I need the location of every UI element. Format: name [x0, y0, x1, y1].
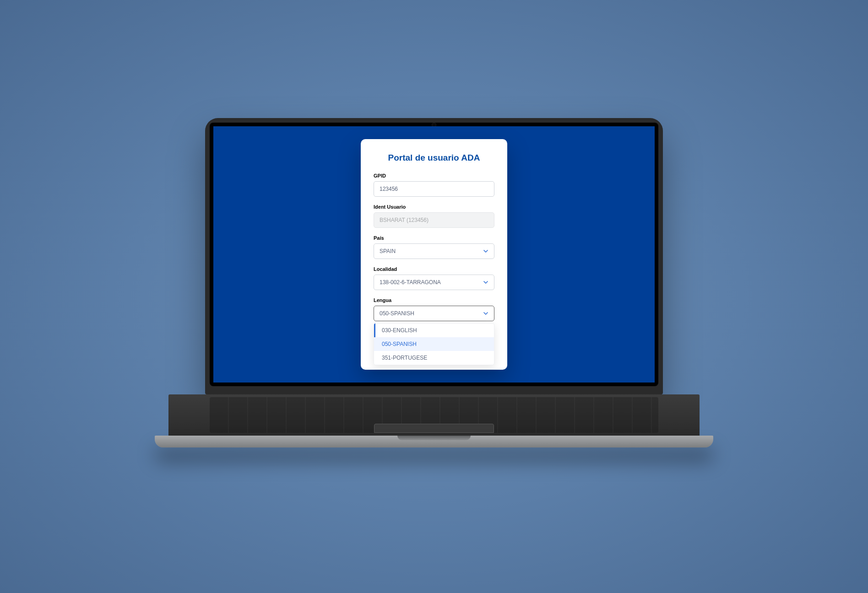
- pais-select[interactable]: SPAIN: [374, 243, 494, 259]
- ident-value: BSHARAT (123456): [380, 217, 429, 223]
- lengua-option-english[interactable]: 030-ENGLISH: [374, 323, 494, 337]
- gpid-value: 123456: [380, 186, 398, 192]
- localidad-label: Localidad: [374, 266, 494, 272]
- lengua-select[interactable]: 050-SPANISH: [374, 306, 494, 321]
- field-ident: Ident Usuario BSHARAT (123456): [374, 204, 494, 228]
- localidad-value: 138-002-6-TARRAGONA: [380, 279, 441, 286]
- gpid-label: GPID: [374, 173, 494, 178]
- laptop-mockup: Portal de usuario ADA GPID 123456 Ident …: [205, 118, 663, 447]
- laptop-bezel: Portal de usuario ADA GPID 123456 Ident …: [205, 118, 663, 394]
- ident-input: BSHARAT (123456): [374, 212, 494, 228]
- laptop-screen-frame: Portal de usuario ADA GPID 123456 Ident …: [210, 123, 658, 386]
- lengua-option-spanish[interactable]: 050-SPANISH: [374, 337, 494, 351]
- field-localidad: Localidad 138-002-6-TARRAGONA: [374, 266, 494, 290]
- lengua-value: 050-SPANISH: [380, 310, 414, 317]
- pais-value: SPAIN: [380, 248, 396, 254]
- localidad-select[interactable]: 138-002-6-TARRAGONA: [374, 275, 494, 290]
- lengua-option-portugese[interactable]: 351-PORTUGESE: [374, 351, 494, 365]
- chevron-down-icon: [483, 280, 488, 285]
- ident-label: Ident Usuario: [374, 204, 494, 210]
- gpid-input[interactable]: 123456: [374, 181, 494, 197]
- lengua-dropdown: 030-ENGLISH 050-SPANISH 351-PORTUGESE: [374, 323, 494, 365]
- portal-title: Portal de usuario ADA: [374, 153, 494, 163]
- login-card: Portal de usuario ADA GPID 123456 Ident …: [361, 139, 507, 370]
- field-pais: País SPAIN: [374, 235, 494, 259]
- laptop-screen: Portal de usuario ADA GPID 123456 Ident …: [213, 126, 655, 383]
- field-lengua: Lengua 050-SPANISH 030-ENGLISH 050-SPANI…: [374, 297, 494, 365]
- laptop-trackpad: [374, 424, 494, 433]
- laptop-base: [155, 436, 713, 447]
- laptop-keyboard: [168, 394, 700, 436]
- field-gpid: GPID 123456: [374, 173, 494, 197]
- chevron-down-icon: [483, 248, 488, 254]
- pais-label: País: [374, 235, 494, 241]
- chevron-down-icon: [483, 311, 488, 316]
- lengua-label: Lengua: [374, 297, 494, 303]
